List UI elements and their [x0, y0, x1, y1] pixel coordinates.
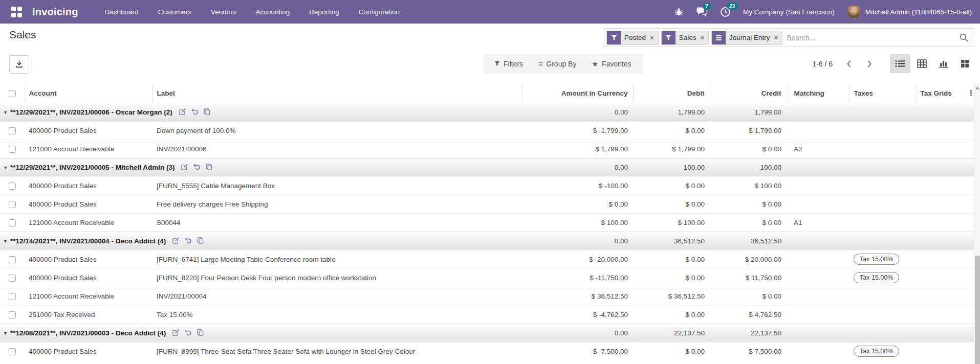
taxes-cell[interactable]: Tax 15.00% — [850, 268, 916, 287]
matching-cell[interactable] — [787, 268, 850, 287]
credit-cell[interactable]: $ 7,500.00 — [710, 342, 787, 360]
journal-item-row[interactable]: 400000 Product Sales[FURN_8999] Three-Se… — [0, 342, 974, 360]
label-cell[interactable]: INV/2021/00004 — [153, 287, 522, 305]
amount-currency-cell[interactable]: $ -100.00 — [522, 176, 633, 195]
group-edit-icon[interactable] — [172, 237, 180, 244]
account-cell[interactable]: 400000 Product Sales — [25, 268, 153, 287]
label-cell[interactable]: [FURN_8999] Three-Seat Sofa Three Seater… — [153, 342, 522, 360]
menu-item-dashboard[interactable]: Dashboard — [105, 8, 139, 16]
amount-currency-cell[interactable]: $ 1,799.00 — [522, 140, 633, 158]
facet-remove-icon[interactable]: × — [774, 34, 782, 41]
journal-item-row[interactable]: 121000 Account ReceivableINV/2021/00004$… — [0, 287, 974, 305]
tax-grids-cell[interactable] — [916, 213, 967, 232]
tax-badge[interactable]: Tax 15.00% — [854, 254, 899, 265]
label-cell[interactable]: [FURN_6741] Large Meeting Table Conferen… — [153, 250, 522, 268]
tax-grids-cell[interactable] — [916, 342, 967, 360]
filters-button[interactable]: Filters — [494, 60, 523, 68]
search-facet-sales[interactable]: Sales× — [661, 31, 709, 45]
search-facet-posted[interactable]: Posted× — [606, 31, 659, 45]
column-header-matching[interactable]: Matching — [787, 84, 850, 103]
credit-cell[interactable]: $ 0.00 — [710, 287, 787, 305]
debit-cell[interactable]: $ 0.00 — [633, 342, 710, 360]
taxes-cell[interactable] — [850, 176, 916, 195]
menu-item-customers[interactable]: Customers — [158, 8, 191, 16]
label-cell[interactable]: S00044 — [153, 213, 522, 232]
apps-menu-icon[interactable] — [11, 7, 22, 17]
group-header-cell[interactable]: ▾**12/29/2021**, INV/2021/00005 - Mitche… — [0, 158, 522, 176]
group-edit-icon[interactable] — [181, 163, 188, 171]
tax-grids-cell[interactable] — [916, 121, 967, 140]
menu-item-configuration[interactable]: Configuration — [359, 8, 400, 16]
matching-cell[interactable] — [787, 195, 850, 213]
menu-item-reporting[interactable]: Reporting — [309, 8, 339, 16]
matching-cell[interactable]: A1 — [787, 213, 850, 232]
column-header-taxes[interactable]: Taxes — [850, 84, 916, 103]
credit-cell[interactable]: $ 100.00 — [710, 176, 787, 195]
activities-clock-icon[interactable]: 22 — [720, 7, 731, 17]
taxes-cell[interactable] — [850, 121, 916, 140]
row-checkbox[interactable] — [9, 127, 16, 134]
kanban-view-button[interactable] — [954, 54, 975, 73]
credit-cell[interactable]: $ 1,799.00 — [710, 121, 787, 140]
group-caret-icon[interactable]: ▾ — [4, 109, 7, 115]
row-checkbox[interactable] — [9, 256, 16, 263]
journal-item-row[interactable]: 400000 Product SalesFree delivery charge… — [0, 195, 974, 213]
debit-cell[interactable]: $ 1,799.00 — [633, 140, 710, 158]
group-duplicate-icon[interactable] — [197, 329, 204, 336]
taxes-cell[interactable] — [850, 305, 916, 324]
debug-bug-icon[interactable] — [674, 7, 684, 16]
matching-cell[interactable] — [787, 250, 850, 268]
label-cell[interactable]: Tax 15.00% — [153, 305, 522, 324]
matching-cell[interactable] — [787, 287, 850, 305]
journal-item-row[interactable]: 400000 Product Sales[FURN_5555] Cable Ma… — [0, 176, 974, 195]
journal-item-row[interactable]: 400000 Product SalesDown payment of 100.… — [0, 121, 974, 140]
account-cell[interactable]: 121000 Account Receivable — [25, 213, 153, 232]
group-row[interactable]: ▾**12/14/2021**, INV/2021/00004 - Deco A… — [0, 232, 974, 250]
group-row[interactable]: ▾**12/08/2021**, INV/2021/00003 - Deco A… — [0, 324, 974, 342]
menu-item-vendors[interactable]: Vendors — [211, 8, 236, 16]
pivot-view-button[interactable] — [911, 54, 932, 73]
journal-item-row[interactable]: 121000 Account ReceivableS00044$ 100.00$… — [0, 213, 974, 232]
tax-grids-cell[interactable] — [916, 195, 967, 213]
export-button[interactable] — [9, 55, 29, 74]
group-reset-icon[interactable] — [193, 163, 201, 171]
row-checkbox[interactable] — [9, 201, 16, 208]
facet-remove-icon[interactable]: × — [700, 34, 708, 41]
search-facet-journal-entry[interactable]: Journal Entry× — [711, 31, 782, 45]
account-cell[interactable]: 251000 Tax Received — [25, 305, 153, 324]
pager-next-icon[interactable] — [866, 59, 874, 69]
search-icon[interactable] — [959, 33, 969, 42]
taxes-cell[interactable]: Tax 15.00% — [850, 342, 916, 360]
column-header-account[interactable]: Account — [25, 84, 153, 103]
row-checkbox[interactable] — [9, 275, 16, 282]
label-cell[interactable]: INV/2021/00006 — [153, 140, 522, 158]
column-header-label[interactable]: Label — [153, 84, 522, 103]
account-cell[interactable]: 400000 Product Sales — [25, 342, 153, 360]
pager-previous-icon[interactable] — [845, 59, 853, 69]
list-view-button[interactable] — [890, 54, 910, 73]
account-cell[interactable]: 400000 Product Sales — [25, 195, 153, 213]
credit-cell[interactable]: $ 0.00 — [710, 195, 787, 213]
tax-badge[interactable]: Tax 15.00% — [854, 272, 899, 283]
group-row[interactable]: ▾**12/29/2021**, INV/2021/00005 - Mitche… — [0, 158, 974, 176]
matching-cell[interactable] — [787, 121, 850, 140]
group-reset-icon[interactable] — [184, 329, 192, 336]
account-cell[interactable]: 400000 Product Sales — [25, 176, 153, 195]
search-input[interactable] — [782, 33, 959, 42]
optional-columns-icon[interactable]: ⋮ — [967, 84, 974, 103]
group-header-cell[interactable]: ▾**12/08/2021**, INV/2021/00003 - Deco A… — [0, 324, 522, 342]
account-cell[interactable]: 121000 Account Receivable — [25, 287, 153, 305]
group-caret-icon[interactable]: ▾ — [4, 330, 7, 336]
messages-icon[interactable]: 7 — [696, 7, 708, 17]
scrollbar-thumb[interactable] — [975, 256, 980, 364]
matching-cell[interactable] — [787, 342, 850, 360]
amount-currency-cell[interactable]: $ 100.00 — [522, 213, 633, 232]
account-cell[interactable]: 400000 Product Sales — [25, 121, 153, 140]
credit-cell[interactable]: $ 4,762.50 — [710, 305, 787, 324]
tax-grids-cell[interactable] — [916, 305, 967, 324]
tax-grids-cell[interactable] — [916, 287, 967, 305]
column-header-credit[interactable]: Credit — [710, 84, 787, 103]
group-edit-icon[interactable] — [179, 108, 186, 116]
facet-remove-icon[interactable]: × — [649, 34, 658, 41]
taxes-cell[interactable] — [850, 213, 916, 232]
